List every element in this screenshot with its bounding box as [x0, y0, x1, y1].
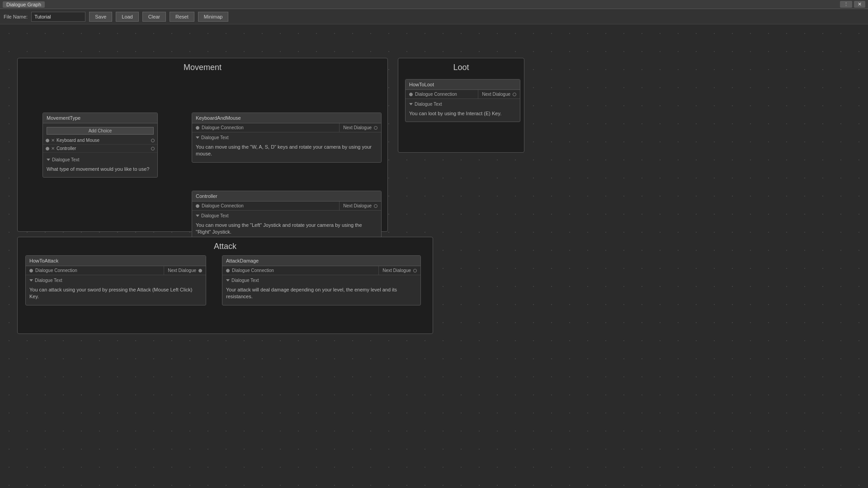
dmg-conn-dot-left: [226, 269, 230, 272]
node-how-to-loot-header: HowToLoot: [406, 80, 520, 90]
movement-type-dialogue-section: Dialogue Text What type of movement woul…: [43, 155, 157, 177]
keyboard-mouse-conn-right: Next Dialogue: [339, 123, 381, 132]
atk-conn-dot-right: [198, 269, 202, 272]
loot-conn-left: Dialogue Connection: [406, 90, 478, 99]
group-loot-title: Loot: [398, 58, 524, 76]
group-attack: Attack HowToAttack Dialogue Connection N…: [17, 237, 433, 334]
triangle-icon-ctrl: [196, 215, 199, 217]
loot-dialogue-section: Dialogue Text You can loot by using the …: [406, 99, 520, 122]
keyboard-mouse-connections: Dialogue Connection Next Dialogue: [192, 123, 381, 132]
loot-connections: Dialogue Connection Next Dialogue: [406, 90, 520, 99]
toolbar: File Name: Save Load Clear Reset Minimap: [0, 9, 868, 24]
atk-conn-right-label: Next Dialogue: [168, 268, 196, 273]
minimap-button[interactable]: Minimap: [198, 12, 229, 22]
triangle-icon-atk: [29, 279, 33, 282]
menu-dots[interactable]: ⋮: [840, 1, 852, 8]
clear-button[interactable]: Clear: [142, 12, 166, 22]
dmg-conn-left-label: Dialogue Connection: [232, 268, 274, 273]
choice-conn-dot-1: [46, 139, 49, 142]
save-button[interactable]: Save: [89, 12, 112, 22]
choice-remove-2[interactable]: ✕: [51, 146, 55, 151]
keyboard-mouse-dialogue-label: Dialogue Text: [201, 135, 228, 140]
app-title: Dialogue Graph: [3, 1, 45, 8]
node-controller[interactable]: Controller Dialogue Connection Next Dial…: [192, 191, 382, 241]
group-movement: Movement MovementType Add Choice ✕ Keybo…: [17, 58, 388, 232]
node-attack-damage-header: AttackDamage: [222, 256, 420, 266]
controller-dialogue-header: Dialogue Text: [196, 213, 377, 218]
movement-type-dialogue-label: Dialogue Text: [52, 157, 79, 162]
keyboard-mouse-dialogue-section: Dialogue Text You can move using the "W,…: [192, 132, 381, 162]
choice-out-dot-1: [151, 139, 155, 142]
group-movement-title: Movement: [18, 58, 387, 76]
ctrl-conn-right-label: Next Dialogue: [343, 203, 372, 208]
attack-conn-right: Next Dialogue: [164, 266, 206, 275]
close-btn[interactable]: ✕: [854, 1, 865, 8]
controller-dialogue-section: Dialogue Text You can move using the "Le…: [192, 211, 381, 240]
attack-dialogue-label: Dialogue Text: [35, 278, 62, 283]
keyboard-mouse-conn-left: Dialogue Connection: [192, 123, 339, 132]
choice-label-1: Keyboard and Mouse: [57, 138, 99, 143]
keyboard-mouse-dialogue-text: You can move using the "W, A, S, D" keys…: [196, 142, 377, 160]
keyboard-mouse-dialogue-header: Dialogue Text: [196, 135, 377, 140]
choice-label-2: Controller: [57, 146, 76, 151]
kbd-conn-dot-left: [196, 126, 199, 130]
node-keyboard-mouse[interactable]: KeyboardAndMouse Dialogue Connection Nex…: [192, 113, 382, 163]
attack-conn-left: Dialogue Connection: [26, 266, 164, 275]
ctrl-conn-dot-left: [196, 204, 199, 208]
kbd-conn-dot-right: [374, 126, 377, 130]
choice-out-dot-2: [151, 147, 155, 150]
load-button[interactable]: Load: [116, 12, 138, 22]
damage-dialogue-label: Dialogue Text: [231, 278, 259, 283]
choice-conn-dot-2: [46, 147, 49, 150]
reset-button[interactable]: Reset: [170, 12, 194, 22]
damage-dialogue-section: Dialogue Text Your attack will deal dama…: [222, 275, 420, 305]
damage-dialogue-text: Your attack will deal damage depending o…: [226, 285, 417, 302]
damage-conn-left: Dialogue Connection: [222, 266, 378, 275]
node-attack-damage[interactable]: AttackDamage Dialogue Connection Next Di…: [222, 255, 421, 305]
movement-type-dialogue-text: What type of movement would you like to …: [47, 164, 154, 174]
damage-dialogue-header: Dialogue Text: [226, 278, 417, 283]
loot-dialogue-header: Dialogue Text: [409, 102, 516, 107]
node-controller-header: Controller: [192, 191, 381, 202]
attack-dialogue-section: Dialogue Text You can attack using your …: [26, 275, 206, 305]
triangle-icon-mt: [47, 159, 50, 161]
canvas[interactable]: Movement MovementType Add Choice ✕ Keybo…: [0, 24, 868, 488]
damage-conn-right: Next Dialogue: [378, 266, 420, 275]
node-how-to-loot[interactable]: HowToLoot Dialogue Connection Next Dialo…: [405, 79, 520, 122]
loot-dialogue-text: You can loot by using the Interact (E) K…: [409, 108, 516, 119]
dmg-conn-dot-right: [413, 269, 417, 272]
controller-conn-right: Next Dialogue: [339, 202, 381, 210]
controller-dialogue-text: You can move using the "Left" Joystick a…: [196, 220, 377, 238]
add-choice-button[interactable]: Add Choice: [47, 127, 154, 135]
node-how-to-attack[interactable]: HowToAttack Dialogue Connection Next Dia…: [25, 255, 206, 305]
title-bar-controls: ⋮ ✕: [840, 1, 865, 8]
ctrl-conn-left-label: Dialogue Connection: [202, 203, 244, 208]
attack-dialogue-header: Dialogue Text: [29, 278, 202, 283]
file-name-label: File Name:: [4, 14, 28, 19]
choice-section: Add Choice ✕ Keyboard and Mouse ✕ Contro…: [43, 123, 157, 155]
damage-connections: Dialogue Connection Next Dialogue: [222, 266, 420, 275]
group-attack-title: Attack: [18, 237, 433, 255]
choice-remove-1[interactable]: ✕: [51, 138, 55, 143]
file-name-input[interactable]: [31, 12, 85, 22]
node-keyboard-mouse-header: KeyboardAndMouse: [192, 113, 381, 123]
ctrl-conn-dot-right: [374, 204, 377, 208]
group-loot: Loot HowToLoot Dialogue Connection Next …: [398, 58, 524, 153]
controller-dialogue-label: Dialogue Text: [201, 213, 228, 218]
loot-conn-dot-left: [409, 93, 413, 96]
loot-conn-left-label: Dialogue Connection: [415, 92, 457, 97]
loot-conn-right-label: Next Dialogue: [482, 92, 510, 97]
controller-connections: Dialogue Connection Next Dialogue: [192, 202, 381, 211]
loot-conn-dot-right: [513, 93, 516, 96]
title-bar: Dialogue Graph ⋮ ✕: [0, 0, 868, 9]
kbd-conn-right-label: Next Dialogue: [343, 125, 372, 130]
node-movement-type[interactable]: MovementType Add Choice ✕ Keyboard and M…: [42, 113, 158, 178]
kbd-conn-left-label: Dialogue Connection: [202, 125, 244, 130]
dmg-conn-right-label: Next Dialogue: [382, 268, 411, 273]
triangle-icon-loot: [409, 103, 413, 105]
attack-dialogue-text: You can attack using your sword by press…: [29, 285, 202, 302]
atk-conn-left-label: Dialogue Connection: [35, 268, 77, 273]
loot-conn-right: Next Dialogue: [478, 90, 520, 99]
atk-conn-dot-left: [29, 269, 33, 272]
loot-dialogue-label: Dialogue Text: [415, 102, 442, 107]
